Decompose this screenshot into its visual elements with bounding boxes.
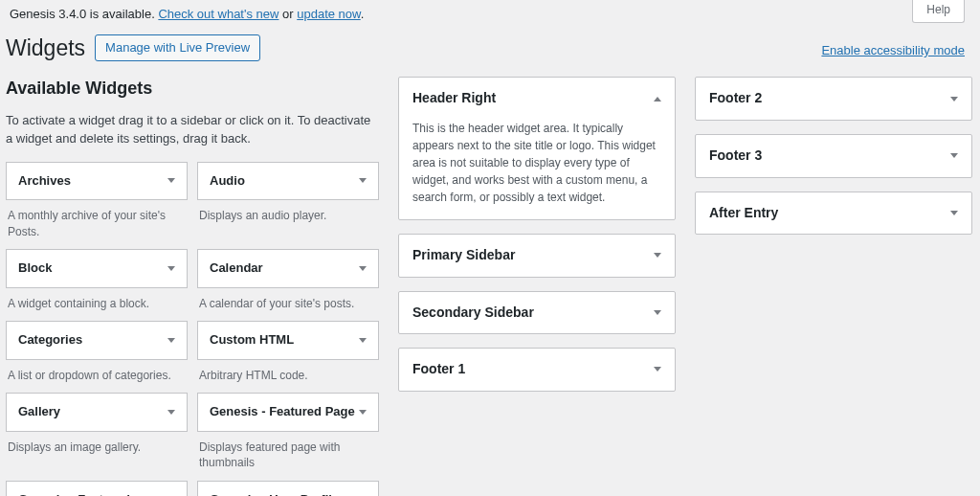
chevron-down-icon[interactable] xyxy=(359,410,367,415)
widget-area-title: Footer 1 xyxy=(412,360,465,379)
widget-area-header[interactable]: Footer 3 xyxy=(696,135,971,177)
chevron-down-icon[interactable] xyxy=(359,266,367,271)
widget-description: Displays featured page with thumbnails xyxy=(197,432,379,472)
widget-area-header[interactable]: Footer 2 xyxy=(696,78,971,120)
available-widget: Genesis - Featured PostsDisplays feature… xyxy=(6,481,188,496)
widget-area-header[interactable]: Footer 1 xyxy=(399,349,675,391)
chevron-down-icon[interactable] xyxy=(359,178,367,183)
widget-title: Categories xyxy=(18,331,82,349)
widget-header[interactable]: Genesis - User Profile xyxy=(197,481,379,496)
widget-header[interactable]: Calendar xyxy=(197,249,379,287)
chevron-down-icon[interactable] xyxy=(950,211,958,215)
widget-title: Archives xyxy=(18,172,71,190)
chevron-down-icon[interactable] xyxy=(167,338,175,343)
widget-area-header[interactable]: Header Right xyxy=(399,78,675,120)
widget-description: A list or dropdown of categories. xyxy=(6,360,188,384)
widget-description: Arbitrary HTML code. xyxy=(197,360,379,384)
chevron-down-icon[interactable] xyxy=(654,310,661,315)
widget-area-title: After Entry xyxy=(709,204,778,223)
widget-title: Genesis - Featured Page xyxy=(210,403,355,420)
chevron-down-icon[interactable] xyxy=(654,367,661,372)
widget-area: Secondary Sidebar xyxy=(398,291,676,335)
chevron-up-icon[interactable] xyxy=(654,97,661,101)
widget-area-header[interactable]: After Entry xyxy=(696,192,971,235)
widget-area-title: Footer 2 xyxy=(709,89,762,108)
widget-description: A monthly archive of your site's Posts. xyxy=(6,200,188,240)
widget-title: Genesis - User Profile xyxy=(210,491,339,496)
widget-title: Audio xyxy=(210,172,245,190)
widget-header[interactable]: Genesis - Featured Page xyxy=(197,393,379,431)
available-widgets-desc: To activate a widget drag it to a sideba… xyxy=(6,111,379,148)
available-widget: CategoriesA list or dropdown of categori… xyxy=(6,321,188,383)
widget-area: After Entry xyxy=(695,192,972,236)
available-widget: Genesis - Featured PageDisplays featured… xyxy=(197,393,379,471)
widget-header[interactable]: Genesis - Featured Posts xyxy=(6,481,188,496)
widget-header[interactable]: Audio xyxy=(197,162,379,200)
widget-area: Footer 2 xyxy=(695,77,972,121)
whats-new-link[interactable]: Check out what's new xyxy=(158,7,278,21)
widget-title: Calendar xyxy=(210,259,263,277)
widget-header[interactable]: Custom HTML xyxy=(197,321,379,359)
widget-area-title: Header Right xyxy=(412,89,496,108)
widget-description: Displays an audio player. xyxy=(197,200,379,224)
widget-description: A widget containing a block. xyxy=(6,288,188,312)
enable-accessibility-link[interactable]: Enable accessibility mode xyxy=(821,42,965,59)
widget-area-header[interactable]: Secondary Sidebar xyxy=(399,292,675,334)
widget-area-title: Footer 3 xyxy=(709,147,762,166)
widget-area: Footer 3 xyxy=(695,134,972,178)
widget-title: Genesis - Featured Posts xyxy=(18,491,167,496)
widget-area: Primary Sidebar xyxy=(398,234,676,278)
widget-area-title: Secondary Sidebar xyxy=(412,304,534,323)
chevron-down-icon[interactable] xyxy=(167,266,175,271)
chevron-down-icon[interactable] xyxy=(654,253,661,258)
available-widget: ArchivesA monthly archive of your site's… xyxy=(6,162,188,240)
widget-header[interactable]: Block xyxy=(6,249,188,287)
chevron-down-icon[interactable] xyxy=(359,338,367,343)
available-widget: Genesis - User ProfileDisplays user prof… xyxy=(197,481,379,496)
available-widget: AudioDisplays an audio player. xyxy=(197,162,379,240)
update-now-link[interactable]: update now xyxy=(297,7,361,21)
available-widget: CalendarA calendar of your site's posts. xyxy=(197,249,379,311)
available-widgets-heading: Available Widgets xyxy=(6,77,379,101)
manage-live-preview-button[interactable]: Manage with Live Preview xyxy=(95,34,260,61)
available-widget: Custom HTMLArbitrary HTML code. xyxy=(197,321,379,383)
widget-area: Footer 1 xyxy=(398,348,676,392)
widget-title: Gallery xyxy=(18,403,60,420)
widget-area-title: Primary Sidebar xyxy=(412,246,515,265)
help-button[interactable]: Help xyxy=(912,0,965,23)
available-widget: GalleryDisplays an image gallery. xyxy=(6,393,188,471)
update-notice: Genesis 3.4.0 is available. Check out wh… xyxy=(0,0,980,29)
widget-description: A calendar of your site's posts. xyxy=(197,288,379,312)
widget-title: Custom HTML xyxy=(210,331,294,349)
widget-area-header[interactable]: Primary Sidebar xyxy=(399,235,675,277)
widget-area-description: This is the header widget area. It typic… xyxy=(399,120,675,219)
chevron-down-icon[interactable] xyxy=(167,178,175,183)
chevron-down-icon[interactable] xyxy=(950,153,958,158)
widget-area: Header RightThis is the header widget ar… xyxy=(398,77,676,220)
chevron-down-icon[interactable] xyxy=(167,410,175,415)
widget-title: Block xyxy=(18,259,52,277)
widget-header[interactable]: Archives xyxy=(6,162,188,200)
available-widget: BlockA widget containing a block. xyxy=(6,249,188,311)
page-title: Widgets xyxy=(6,33,85,63)
widget-header[interactable]: Gallery xyxy=(6,393,188,431)
widget-description: Displays an image gallery. xyxy=(6,432,188,456)
chevron-down-icon[interactable] xyxy=(950,97,958,101)
widget-header[interactable]: Categories xyxy=(6,321,188,359)
